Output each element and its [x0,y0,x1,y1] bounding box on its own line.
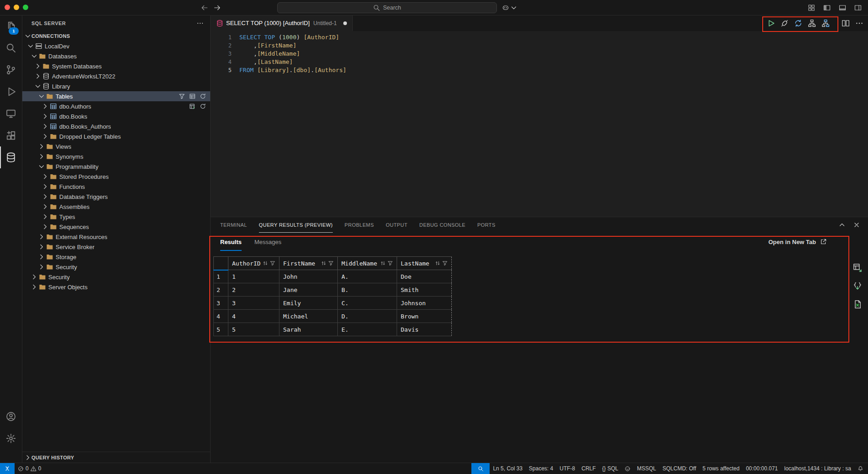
save-as-excel-button[interactable] [852,299,863,309]
table-row[interactable]: 44MichaelD.Brown [214,310,452,323]
language-mode-indicator[interactable]: {} SQL [599,463,621,474]
toggle-panel-button[interactable] [836,2,849,13]
panel-tab-ports[interactable]: PORTS [477,217,496,233]
indentation-indicator[interactable]: Spaces: 4 [526,463,556,474]
more-actions-button[interactable] [853,17,865,29]
grid-cell[interactable]: Jane [279,283,338,297]
grid-cell[interactable]: D. [338,310,397,323]
panel-tab-query-results-preview[interactable]: QUERY RESULTS (PREVIEW) [259,217,333,233]
tree-item-service-broker[interactable]: Service Broker [22,242,210,252]
grid-cell[interactable]: Emily [279,297,338,310]
connect-button[interactable] [779,17,790,29]
grid-cell[interactable]: 5 [228,323,279,336]
grid-cell[interactable]: 3 [228,297,279,310]
filter-button[interactable] [178,93,186,100]
grid-cell[interactable]: B. [338,283,397,297]
grid-cell[interactable]: C. [338,297,397,310]
sidebar-more-actions-button[interactable] [196,20,204,27]
actual-plan-button[interactable] [820,17,832,29]
navigate-back-button[interactable] [199,2,211,13]
sqlcmd-indicator[interactable]: SQLCMD: Off [659,463,699,474]
change-connection-button[interactable] [792,17,804,29]
grid-cell[interactable]: Johnson [397,297,452,310]
activity-bar-item-source-control[interactable] [0,59,22,81]
tree-item-dbo-books[interactable]: dbo.Books [22,111,210,121]
maximize-panel-button[interactable] [837,220,847,230]
panel-tab-terminal[interactable]: TERMINAL [220,217,247,233]
table-row[interactable]: 55SarahE.Davis [214,323,452,336]
cursor-position-indicator[interactable]: Ln 5, Col 33 [490,463,526,474]
column-header-lastname[interactable]: LastName [397,257,452,270]
activity-bar-item-extensions[interactable] [0,125,22,146]
remote-indicator-button[interactable] [0,463,15,474]
refresh-button[interactable] [199,93,207,100]
grid-cell[interactable]: 2 [228,283,279,297]
grid-cell[interactable]: E. [338,323,397,336]
tree-item-adventureworkslt2022[interactable]: AdventureWorksLT2022 [22,71,210,81]
column-header-firstname[interactable]: FirstName [279,257,338,270]
tree-item-tables[interactable]: Tables [22,91,210,101]
tree-item-functions[interactable]: Functions [22,182,210,192]
activity-bar-item-explorer[interactable]: 1 [0,15,22,37]
grid-cell[interactable]: Smith [397,283,452,297]
activity-bar-item-settings[interactable] [0,427,22,449]
row-number[interactable]: 4 [214,310,228,323]
zoom-indicator-button[interactable] [471,463,490,474]
panel-tab-problems[interactable]: PROBLEMS [345,217,374,233]
problems-indicator[interactable]: 0 0 [15,463,44,474]
tree-item-security[interactable]: Security [22,272,210,282]
row-number[interactable]: 5 [214,323,228,336]
feedback-button[interactable] [621,463,634,474]
notifications-bell-button[interactable] [854,463,868,474]
select-top-1000-button[interactable] [189,103,196,110]
grid-cell[interactable]: Doe [397,270,452,283]
column-header-authorid[interactable]: AuthorID [228,257,279,270]
row-number[interactable]: 2 [214,283,228,297]
tree-item-localdev[interactable]: LocalDev [22,41,210,51]
rows-affected-indicator[interactable]: 5 rows affected [699,463,743,474]
tree-item-dbo-books-authors[interactable]: dbo.Books_Authors [22,121,210,131]
close-window-button[interactable] [5,5,10,10]
grid-corner-cell[interactable] [214,257,228,270]
tree-item-system-databases[interactable]: System Databases [22,61,210,71]
grid-cell[interactable]: Davis [397,323,452,336]
grid-cell[interactable]: 4 [228,310,279,323]
tree-item-security[interactable]: Security [22,262,210,272]
tree-item-stored-procedures[interactable]: Stored Procedures [22,172,210,182]
messages-tab[interactable]: Messages [254,233,281,251]
eol-indicator[interactable]: CRLF [578,463,599,474]
tree-item-external-resources[interactable]: External Resources [22,232,210,242]
grid-cell[interactable]: Sarah [279,323,338,336]
query-elapsed-indicator[interactable]: 00:00:00.071 [743,463,781,474]
modified-indicator-icon[interactable] [343,21,347,25]
split-editor-button[interactable] [840,17,852,29]
row-number[interactable]: 1 [214,270,228,283]
tree-item-dbo-authors[interactable]: dbo.Authors [22,101,210,111]
tree-item-storage[interactable]: Storage [22,252,210,262]
column-header-middlename[interactable]: MiddleName [338,257,397,270]
tree-item-library[interactable]: Library [22,81,210,91]
connections-section-header[interactable]: CONNECTIONS [22,31,210,41]
activity-bar-item-sql-server[interactable] [0,146,22,168]
code-editor[interactable]: 1SELECT TOP (1000) [AuthorID]2 ,[FirstNa… [211,31,868,217]
toggle-secondary-sidebar-button[interactable] [852,2,864,13]
table-row[interactable]: 11JohnA.Doe [214,270,452,283]
tree-item-database-triggers[interactable]: Database Triggers [22,192,210,202]
activity-bar-item-search[interactable] [0,37,22,59]
tree-item-dropped-ledger-tables[interactable]: Dropped Ledger Tables [22,131,210,141]
row-number[interactable]: 3 [214,297,228,310]
tree-item-databases[interactable]: Databases [22,51,210,61]
new-table-button[interactable] [189,93,196,100]
grid-cell[interactable]: John [279,270,338,283]
results-tab[interactable]: Results [220,233,242,251]
table-row[interactable]: 22JaneB.Smith [214,283,452,297]
save-as-csv-button[interactable] [852,263,863,273]
open-in-new-tab-button[interactable]: Open in New Tab [769,238,827,245]
connection-indicator[interactable]: localhost,1434 : Library : sa [781,463,854,474]
grid-cell[interactable]: 1 [228,270,279,283]
command-center-search-input[interactable]: Search [277,2,497,13]
refresh-button[interactable] [199,103,207,110]
tree-item-sequences[interactable]: Sequences [22,222,210,232]
editor-tab-untitled-1[interactable]: SELECT TOP (1000) [AuthorID] Untitled-1 [211,15,353,31]
estimated-plan-button[interactable] [806,17,818,29]
